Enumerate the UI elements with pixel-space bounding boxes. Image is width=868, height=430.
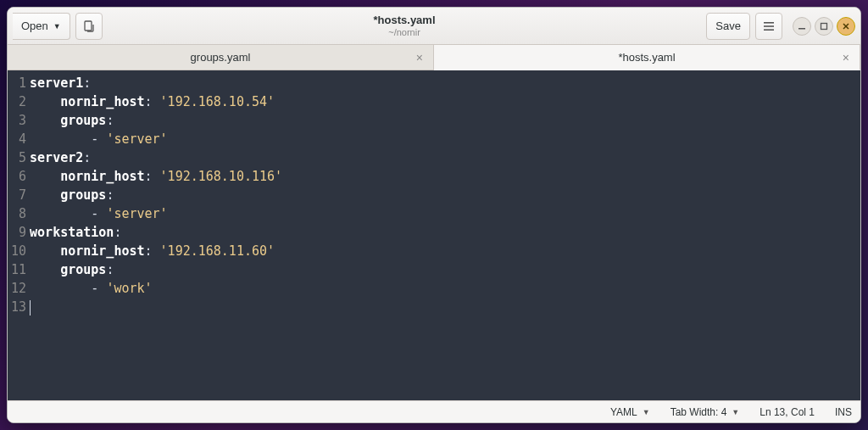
window-title-text: *hosts.yaml [108, 14, 702, 27]
svg-rect-1 [764, 22, 774, 24]
tab-bar: groups.yaml×*hosts.yaml× [8, 45, 860, 70]
tab-label: groups.yaml [191, 51, 251, 64]
minimize-icon [798, 22, 806, 31]
maximize-button[interactable] [815, 17, 833, 36]
code-token [30, 187, 60, 203]
code-token: '192.168.10.54' [160, 94, 275, 109]
cursor-position[interactable]: Ln 13, Col 1 [760, 406, 815, 418]
language-label: YAML [610, 406, 637, 418]
code-line[interactable]: - 'work' [30, 279, 860, 298]
chevron-down-icon: ▼ [53, 22, 61, 31]
save-button[interactable]: Save [706, 13, 750, 40]
code-line[interactable]: groups: [30, 186, 860, 204]
code-token: : [106, 262, 114, 277]
gutter-line: 11 [11, 260, 26, 279]
minimize-button[interactable] [793, 17, 811, 36]
save-button-label: Save [715, 20, 741, 32]
code-line[interactable]: server2: [30, 148, 860, 167]
code-token: : [145, 94, 160, 109]
code-token: : [83, 150, 91, 165]
open-button-group: Open ▼ [13, 13, 70, 40]
code-token: workstation [30, 225, 114, 240]
svg-rect-0 [85, 21, 92, 31]
gutter-line: 2 [11, 92, 26, 111]
tab-width-label: Tab Width: 4 [670, 406, 727, 418]
code-token: groups [60, 113, 106, 128]
code-token [30, 262, 60, 277]
open-button-label: Open [21, 20, 48, 32]
code-token: : [145, 169, 160, 184]
titlebar: Open ▼ *hosts.yaml ~/nornir Save [8, 8, 860, 45]
open-button[interactable]: Open ▼ [13, 13, 70, 40]
tab-1[interactable]: *hosts.yaml× [434, 45, 860, 70]
svg-rect-3 [764, 29, 774, 31]
tab-close-icon[interactable]: × [839, 49, 853, 66]
code-line[interactable] [30, 298, 860, 316]
line-gutter: 12345678910111213 [8, 70, 30, 400]
code-line[interactable]: nornir_host: '192.168.10.116' [30, 167, 860, 186]
language-selector[interactable]: YAML ▼ [610, 406, 650, 418]
gutter-line: 1 [11, 74, 26, 92]
close-button[interactable] [837, 17, 855, 36]
code-token: nornir_host [60, 243, 144, 259]
code-token: groups [60, 262, 106, 277]
insert-mode-label: INS [835, 406, 852, 418]
dropdown-icon: ▼ [732, 408, 739, 416]
hamburger-icon [763, 20, 775, 32]
code-line[interactable]: - 'server' [30, 130, 860, 148]
code-token: 'server' [106, 131, 167, 147]
code-token: server2 [30, 150, 83, 165]
close-icon [842, 22, 850, 31]
insert-mode[interactable]: INS [835, 406, 852, 418]
code-token: : [145, 243, 160, 259]
svg-rect-5 [821, 23, 827, 29]
code-line[interactable]: server1: [30, 74, 860, 92]
code-line[interactable]: - 'server' [30, 204, 860, 223]
gutter-line: 12 [11, 279, 26, 298]
cursor-position-label: Ln 13, Col 1 [760, 406, 815, 418]
text-cursor [30, 300, 31, 316]
code-token: nornir_host [60, 94, 144, 109]
new-document-icon [82, 20, 96, 33]
menu-button[interactable] [755, 13, 782, 40]
code-token: '192.168.10.116' [160, 169, 283, 184]
code-token: - [30, 281, 106, 296]
code-token: : [114, 225, 121, 240]
window-subtitle-text: ~/nornir [108, 27, 702, 38]
editor-window: Open ▼ *hosts.yaml ~/nornir Save [7, 7, 861, 423]
tab-label: *hosts.yaml [618, 51, 675, 64]
window-title: *hosts.yaml ~/nornir [108, 14, 702, 38]
code-token: : [106, 187, 114, 203]
code-token: - [30, 131, 106, 147]
code-content[interactable]: server1: nornir_host: '192.168.10.54' gr… [30, 70, 860, 400]
code-token [30, 113, 60, 128]
gutter-line: 10 [11, 242, 26, 260]
svg-rect-4 [798, 28, 805, 30]
code-token: : [106, 113, 114, 128]
code-token: server1 [30, 75, 83, 91]
code-token [30, 169, 60, 184]
code-line[interactable]: groups: [30, 111, 860, 130]
gutter-line: 5 [11, 148, 26, 167]
code-line[interactable]: workstation: [30, 223, 860, 242]
code-line[interactable]: nornir_host: '192.168.10.54' [30, 92, 860, 111]
code-line[interactable]: groups: [30, 260, 860, 279]
new-tab-button[interactable] [75, 13, 103, 40]
gutter-line: 7 [11, 186, 26, 204]
tab-0[interactable]: groups.yaml× [8, 45, 434, 70]
code-token: 'work' [106, 281, 152, 296]
code-token: nornir_host [60, 169, 144, 184]
tab-close-icon[interactable]: × [413, 49, 426, 66]
code-token: : [83, 75, 91, 91]
code-token [30, 243, 60, 259]
tab-width-selector[interactable]: Tab Width: 4 ▼ [670, 406, 740, 418]
code-line[interactable]: nornir_host: '192.168.11.60' [30, 242, 860, 260]
code-token: - [30, 206, 106, 221]
code-token [30, 94, 60, 109]
maximize-icon [820, 22, 828, 31]
editor-area[interactable]: 12345678910111213 server1: nornir_host: … [8, 70, 860, 400]
gutter-line: 9 [11, 223, 26, 242]
gutter-line: 3 [11, 111, 26, 130]
gutter-line: 8 [11, 204, 26, 223]
svg-rect-2 [764, 25, 774, 27]
